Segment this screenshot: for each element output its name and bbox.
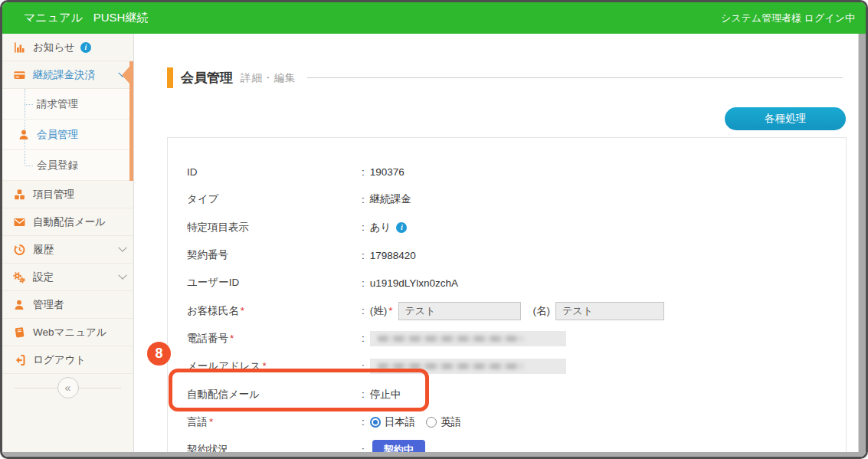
sidebar-item-ログアウト[interactable]: ログアウト: [2, 346, 133, 374]
sidebar-item-label: 継続課金決済: [33, 68, 95, 82]
last-name-input[interactable]: [398, 302, 521, 320]
sidebar-item-label: 設定: [33, 270, 54, 284]
form-row-タイプ: タイプ:継続課金: [187, 185, 846, 213]
field-label: メールアドレス*: [187, 359, 362, 373]
sidebar-item-label: 履歴: [33, 243, 54, 257]
field-value-text: u1919dLYlxn0zchA: [370, 277, 458, 289]
title-rule: [307, 77, 843, 78]
colon: :: [362, 389, 365, 400]
vertical-scrollbar[interactable]: [858, 34, 866, 452]
sidebar-item-label: 管理者: [33, 298, 64, 312]
field-label: ID: [187, 166, 362, 178]
field-value: :: [362, 331, 566, 346]
colon: :: [362, 305, 365, 316]
book-icon: [12, 326, 26, 339]
various-actions-button[interactable]: 各種処理: [725, 107, 846, 130]
sidebar-subitem-label: 会員登録: [37, 159, 78, 172]
page-title-row: 会員管理 詳細・編集: [167, 67, 843, 88]
colon: :: [362, 333, 365, 344]
page-subtitle: 詳細・編集: [241, 71, 296, 85]
cubes-icon: [12, 189, 26, 201]
page-title: 会員管理: [181, 69, 233, 87]
colon: :: [362, 444, 365, 452]
field-value: :(姓)*(名): [362, 302, 664, 320]
first-name-label: (名): [533, 304, 551, 318]
chevron-down-icon: [118, 243, 126, 251]
step-8-badge: 8: [147, 342, 171, 366]
field-value: :契約中: [362, 440, 425, 452]
sidebar-item-お知らせ[interactable]: お知らせi: [2, 34, 133, 61]
sidebar-subitem-label: 会員管理: [37, 128, 78, 142]
sidebar-collapse-row: «: [2, 374, 133, 402]
field-value-text: 17988420: [370, 250, 416, 261]
info-icon: i: [396, 222, 407, 233]
colon: :: [362, 416, 365, 428]
mail-icon: [12, 216, 26, 228]
blurred-text: [378, 363, 523, 369]
sidebar-item-label: Webマニュアル: [33, 326, 107, 339]
required-asterisk: *: [209, 416, 213, 428]
app-window: マニュアル PUSH継続 システム管理者様 ログイン中 お知らせi継続課金決済請…: [0, 0, 868, 459]
member-detail-panel: ID:190376タイプ:継続課金特定項目表示:ありi契約番号:17988420…: [167, 137, 847, 452]
sidebar-item-請求管理[interactable]: 請求管理: [2, 89, 133, 120]
field-value: :停止中: [362, 388, 401, 402]
field-label: ユーザーID: [187, 276, 362, 290]
sidebar-item-Webマニュアル[interactable]: Webマニュアル: [2, 319, 133, 346]
sidebar-item-管理者[interactable]: 管理者: [2, 291, 133, 319]
field-value: :: [362, 359, 566, 374]
required-asterisk: *: [241, 305, 244, 316]
colon: :: [362, 250, 365, 261]
sidebar-collapse-button[interactable]: «: [57, 377, 79, 398]
active-section-marker-arrow: [122, 67, 129, 84]
form-row-特定項目表示: 特定項目表示:ありi: [187, 214, 846, 241]
form-row-電話番号: 電話番号*:: [187, 325, 846, 352]
radio-label: 日本語: [385, 415, 416, 429]
sidebar-item-会員管理[interactable]: 会員管理: [2, 120, 133, 150]
colon: :: [362, 277, 365, 289]
field-value: :u1919dLYlxn0zchA: [362, 277, 458, 289]
sidebar-item-継続課金決済[interactable]: 継続課金決済: [2, 61, 133, 89]
person-icon: [17, 129, 31, 141]
sidebar-item-設定[interactable]: 設定: [2, 264, 133, 291]
sidebar-item-項目管理[interactable]: 項目管理: [2, 181, 133, 208]
form-row-契約番号: 契約番号:17988420: [187, 241, 846, 269]
field-label: 契約状況: [187, 443, 362, 452]
radio-日本語[interactable]: [370, 417, 381, 428]
field-value: :継続課金: [362, 192, 411, 206]
field-label: タイプ: [187, 192, 362, 206]
sidebar: お知らせi継続課金決済請求管理会員管理会員登録項目管理自動配信メール履歴設定管理…: [2, 34, 134, 452]
brand: マニュアル PUSH継続: [24, 11, 148, 25]
first-name-input[interactable]: [555, 302, 664, 320]
field-label: お客様氏名*: [187, 304, 362, 318]
blurred-text: [378, 336, 523, 342]
form-row-お客様氏名: お客様氏名*:(姓)*(名): [187, 297, 846, 324]
sidebar-item-会員登録[interactable]: 会員登録: [2, 150, 133, 181]
radio-英語[interactable]: [426, 417, 437, 428]
form-row-言語: 言語*:日本語英語: [187, 408, 846, 436]
brand-manual-label: マニュアル: [24, 11, 83, 25]
sidebar-item-label: ログアウト: [33, 353, 86, 367]
required-asterisk: *: [388, 305, 392, 316]
field-label: 電話番号*: [187, 332, 362, 346]
radio-label: 英語: [441, 415, 461, 429]
last-name-label: (姓)*: [370, 304, 393, 318]
sidebar-item-履歴[interactable]: 履歴: [2, 236, 133, 264]
field-value-text: 190376: [370, 166, 405, 178]
colon: :: [362, 221, 365, 233]
horizontal-scrollbar[interactable]: [2, 452, 866, 457]
info-icon: i: [80, 42, 91, 53]
field-value: :17988420: [362, 250, 416, 261]
active-section-marker-bar: [129, 61, 133, 181]
credit-card-icon: [12, 69, 26, 81]
redacted-value: [370, 359, 566, 374]
sidebar-item-自動配信メール[interactable]: 自動配信メール: [2, 208, 133, 236]
form-row-メールアドレス: メールアドレス*:: [187, 352, 846, 380]
field-label: 自動配信メール: [187, 388, 362, 402]
colon: :: [362, 194, 365, 205]
brand-shop-label: PUSH継続: [93, 11, 149, 25]
required-asterisk: *: [262, 360, 266, 372]
login-status: システム管理者様 ログイン中: [721, 11, 855, 25]
tree-tick: [25, 104, 33, 105]
colon: :: [362, 166, 365, 178]
sidebar-item-label: 自動配信メール: [33, 215, 106, 229]
